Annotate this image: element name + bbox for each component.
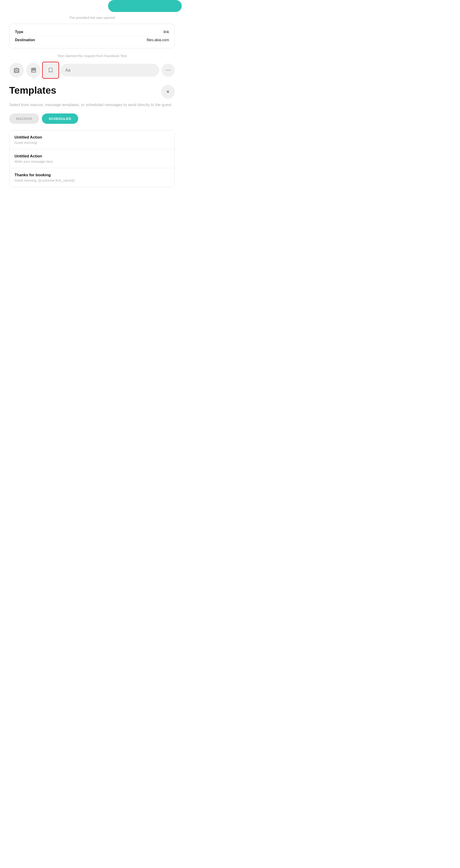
template-item-1[interactable]: Untitled Action Write your message here: [9, 149, 174, 168]
more-icon: [165, 67, 171, 73]
svg-point-0: [166, 70, 167, 71]
template-list: Untitled Action Good morning! Untitled A…: [9, 130, 175, 187]
top-action-button[interactable]: [108, 0, 182, 12]
camera-icon: [13, 67, 20, 73]
type-value: link: [164, 30, 169, 34]
image-icon: [30, 67, 37, 73]
template-item-preview-2: Good morning, {{customer.first_name}}!: [14, 178, 169, 182]
templates-header: Templates ×: [9, 85, 175, 99]
templates-tabs: MACROS SCHEDULED: [9, 114, 175, 124]
image-button[interactable]: [26, 63, 41, 78]
destination-value: files.akia.com: [147, 38, 169, 42]
info-card: Type link Destination files.akia.com: [9, 24, 175, 48]
info-row-destination: Destination files.akia.com: [15, 36, 169, 44]
svg-point-2: [169, 70, 170, 71]
template-item-preview-1: Write your message here: [14, 159, 169, 163]
template-item-title-2: Thanks for booking: [14, 173, 169, 178]
bookmark-button[interactable]: [43, 63, 58, 78]
templates-panel: Templates × Select from macros, message …: [9, 85, 175, 187]
tab-macros[interactable]: MACROS: [9, 114, 39, 124]
template-item-preview-0: Good morning!: [14, 141, 169, 145]
message-input[interactable]: [60, 64, 159, 76]
destination-label: Destination: [15, 38, 35, 42]
template-item-title-1: Untitled Action: [14, 154, 169, 159]
templates-subtitle: Select from macros, message templates, o…: [9, 102, 175, 108]
templates-close-button[interactable]: ×: [161, 85, 175, 99]
bookmark-icon: [47, 67, 54, 73]
svg-point-1: [168, 70, 169, 71]
tab-scheduled[interactable]: SCHEDULED: [42, 114, 78, 124]
templates-title: Templates: [9, 85, 56, 96]
camera-button[interactable]: [9, 63, 24, 78]
claim-text: Test claimed this request from Facebook …: [0, 54, 184, 58]
type-label: Type: [15, 30, 23, 34]
info-row-type: Type link: [15, 28, 169, 36]
template-item-title-0: Untitled Action: [14, 135, 169, 140]
message-toolbar: [9, 63, 175, 78]
template-item-0[interactable]: Untitled Action Good morning!: [9, 130, 174, 149]
template-item-2[interactable]: Thanks for booking Good morning, {{custo…: [9, 168, 174, 187]
top-bar: [0, 0, 184, 12]
more-button[interactable]: [161, 63, 175, 77]
link-status-text: The provided link was opened: [0, 16, 184, 20]
